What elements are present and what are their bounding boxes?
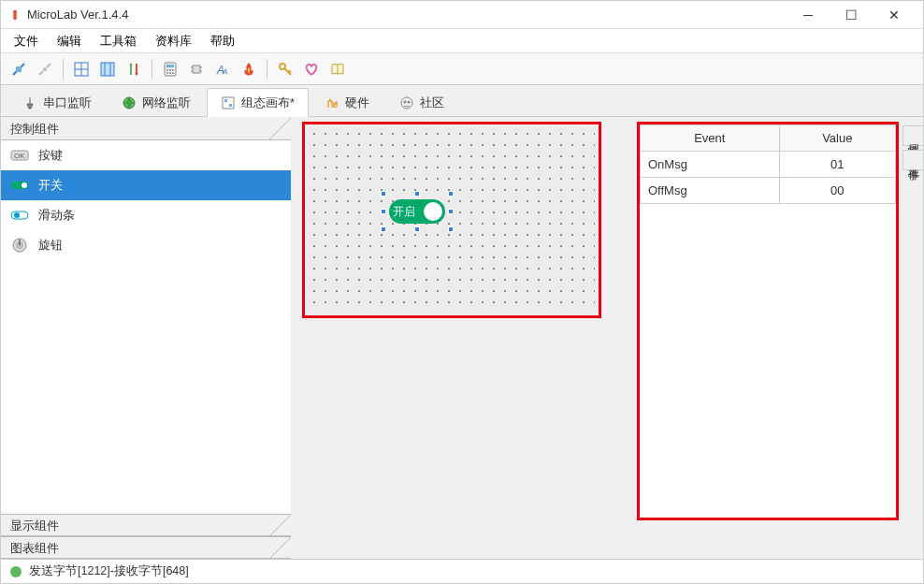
panel-header-control[interactable]: 控制组件 <box>1 118 291 140</box>
svg-point-1 <box>13 9 17 13</box>
svg-text:A: A <box>222 67 227 76</box>
svg-point-14 <box>172 69 174 71</box>
svg-text:OK: OK <box>14 152 25 160</box>
side-tabs: 属性 事件 <box>902 118 923 559</box>
svg-point-33 <box>404 100 407 103</box>
workspace: 控制组件 OK 按键 开关 滑动条 旋钮 开启 <box>1 118 923 559</box>
tab-network-label: 网络监听 <box>142 95 191 111</box>
tab-network[interactable]: 网络监听 <box>108 88 205 116</box>
menu-edit[interactable]: 编辑 <box>48 30 91 52</box>
key-icon[interactable] <box>273 57 297 81</box>
svg-rect-29 <box>224 99 227 102</box>
svg-point-34 <box>408 100 411 103</box>
component-knob-label: 旋钮 <box>38 237 63 254</box>
tab-community-label: 社区 <box>420 95 444 111</box>
arrows-icon[interactable] <box>122 57 146 81</box>
tab-hardware-label: 硬件 <box>345 95 369 111</box>
menu-help[interactable]: 帮助 <box>201 30 244 52</box>
font-icon[interactable]: AA <box>210 57 235 81</box>
svg-rect-30 <box>229 104 232 107</box>
canvas-icon <box>221 95 236 110</box>
titlebar: MicroLab Ver.1.4.4 ─ ☐ ✕ <box>1 1 923 29</box>
svg-rect-2 <box>16 66 22 72</box>
svg-point-3 <box>43 67 47 71</box>
table-row[interactable]: OnMsg 01 <box>641 152 896 178</box>
window-title: MicroLab Ver.1.4.4 <box>27 7 787 22</box>
cell-value[interactable]: 00 <box>779 178 895 204</box>
disconnect-icon[interactable] <box>33 57 57 81</box>
separator <box>267 59 267 80</box>
switch-icon <box>10 178 29 193</box>
svg-rect-28 <box>223 97 234 109</box>
cell-value[interactable]: 01 <box>779 152 895 178</box>
panel-header-chart[interactable]: 图表组件 <box>1 536 291 559</box>
svg-point-40 <box>14 212 20 218</box>
slider-icon <box>10 208 29 223</box>
component-slider-label: 滑动条 <box>38 207 75 224</box>
connect-icon[interactable] <box>7 57 31 81</box>
component-slider[interactable]: 滑动条 <box>1 200 291 230</box>
tab-serial-label: 串口监听 <box>43 95 92 111</box>
button-icon: OK <box>10 148 29 163</box>
book-icon[interactable] <box>325 57 350 81</box>
grid1-icon[interactable] <box>69 57 94 81</box>
right-panel: Event Value OnMsg 01 OffMsg 00 属性 <box>637 118 923 559</box>
panel-header-display[interactable]: 显示组件 <box>1 514 291 536</box>
svg-point-12 <box>166 69 168 71</box>
calculator-icon[interactable] <box>158 57 182 81</box>
knob-icon <box>10 238 29 253</box>
component-button-label: 按键 <box>38 147 63 164</box>
table-row[interactable]: OffMsg 00 <box>641 178 896 204</box>
tab-canvas-label: 组态画布* <box>241 95 295 111</box>
tabbar: 串口监听 网络监听 组态画布* 硬件 社区 <box>1 85 923 117</box>
menu-toolbox[interactable]: 工具箱 <box>91 30 146 52</box>
menu-file[interactable]: 文件 <box>5 30 48 52</box>
bottom-headers: 显示组件 图表组件 <box>1 514 291 559</box>
canvas-frame[interactable]: 开启 <box>302 122 601 318</box>
separator <box>63 59 64 80</box>
component-knob[interactable]: 旋钮 <box>1 230 291 260</box>
component-button[interactable]: OK 按键 <box>1 140 291 170</box>
svg-rect-18 <box>193 66 200 73</box>
tab-canvas[interactable]: 组态画布* <box>207 88 309 116</box>
svg-point-17 <box>172 72 174 74</box>
chip-icon[interactable] <box>184 57 209 81</box>
svg-rect-11 <box>166 65 174 67</box>
heart-icon[interactable] <box>299 57 324 81</box>
properties-frame: Event Value OnMsg 01 OffMsg 00 <box>637 122 899 520</box>
component-list: OK 按键 开关 滑动条 旋钮 <box>1 140 291 559</box>
tab-community[interactable]: 社区 <box>385 88 458 116</box>
canvas-area: 开启 <box>291 118 637 559</box>
cell-event: OnMsg <box>641 152 780 178</box>
close-button[interactable]: ✕ <box>873 1 916 29</box>
hardware-icon <box>325 95 339 110</box>
menu-database[interactable]: 资料库 <box>146 30 201 52</box>
dot-grid <box>309 128 595 312</box>
maximize-button[interactable]: ☐ <box>830 1 873 29</box>
tab-serial[interactable]: 串口监听 <box>8 88 106 116</box>
menubar: 文件 编辑 工具箱 资料库 帮助 <box>1 29 923 53</box>
toolbar: AA <box>1 53 923 85</box>
side-tab-properties[interactable]: 属性 <box>902 125 923 146</box>
side-tab-events[interactable]: 事件 <box>902 150 923 170</box>
svg-point-13 <box>169 69 171 71</box>
left-panel: 控制组件 OK 按键 开关 滑动条 旋钮 <box>1 118 291 559</box>
svg-point-16 <box>169 72 171 74</box>
flame-icon[interactable] <box>237 57 261 81</box>
statusbar: 发送字节[1212]-接收字节[648] <box>1 559 923 583</box>
cell-event: OffMsg <box>641 178 780 204</box>
properties-table: Event Value OnMsg 01 OffMsg 00 <box>640 124 896 204</box>
app-icon <box>8 8 22 22</box>
col-event[interactable]: Event <box>641 125 780 152</box>
minimize-button[interactable]: ─ <box>787 1 830 29</box>
selection-handles[interactable] <box>383 194 451 229</box>
tab-hardware[interactable]: 硬件 <box>310 88 383 116</box>
svg-rect-7 <box>101 63 114 76</box>
grid2-icon[interactable] <box>95 57 120 81</box>
component-switch[interactable]: 开关 <box>1 170 291 200</box>
status-indicator-icon <box>10 566 22 577</box>
status-text: 发送字节[1212]-接收字节[648] <box>29 563 189 579</box>
svg-point-38 <box>22 182 27 188</box>
col-value[interactable]: Value <box>779 125 895 152</box>
separator <box>152 59 152 80</box>
